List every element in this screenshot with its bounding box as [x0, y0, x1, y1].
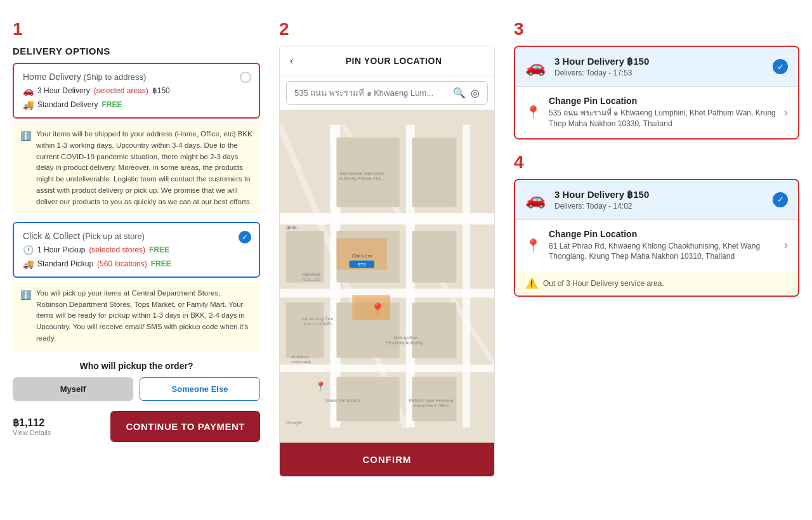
map-area: Metropolitan Electricity Authority Phloe…	[280, 110, 494, 443]
section-3-wrapper: 3 🚗 3 Hour Delivery ฿150 Delivers: Today…	[514, 19, 799, 140]
section4-pin-address: 81 Lat Phrao Rd, Khwaeng Khlong Chaokhun…	[549, 241, 776, 263]
truck-icon-std2: 🚚	[23, 259, 34, 269]
section4-warning: ⚠️ Out of 3 Hour Delivery service area.	[515, 271, 798, 296]
svg-text:งแรมมิเนอ: งแรมมิเนอ	[291, 355, 309, 359]
section-3-block: 🚗 3 Hour Delivery ฿150 Delivers: Today -…	[514, 46, 799, 140]
svg-text:Chit Lom: Chit Lom	[351, 253, 372, 259]
delivery-options-title: DELIVERY OPTIONS	[13, 46, 260, 56]
section-2: 2 ‹ PIN YOUR LOCATION 🔍 ◎	[279, 19, 495, 501]
info-icon: ℹ️	[20, 129, 31, 208]
section3-delivery-info: 3 Hour Delivery ฿150 Delivers: Today - 1…	[554, 56, 764, 77]
section4-pin-icon: 📍	[525, 238, 541, 253]
price-section: ฿1,112 View Details	[13, 417, 103, 436]
search-icon[interactable]: 🔍	[453, 87, 466, 99]
svg-text:Mater Dei School: Mater Dei School	[326, 398, 360, 403]
pickup-button-group: Myself Someone Else	[13, 377, 260, 401]
svg-text:ธนาคารกรุงไทย: ธนาคารกรุงไทย	[302, 316, 333, 322]
section-4-wrapper: 4 🚗 3 Hour Delivery ฿150 Delivers: Today…	[514, 152, 799, 297]
svg-text:Department Office: Department Office	[414, 403, 449, 408]
section4-delivery-sub: Delivers: Today - 14:02	[554, 202, 764, 211]
back-button[interactable]: ‹	[290, 55, 293, 67]
svg-rect-1	[280, 213, 494, 224]
map-title: PIN YOUR LOCATION	[303, 56, 484, 66]
svg-text:สาขาการไฟฟ้า: สาขาการไฟฟ้า	[303, 321, 332, 326]
step-1-number: 1	[13, 19, 260, 39]
svg-text:Google: Google	[286, 420, 303, 426]
home-delivery-info: ℹ️ Your items will be shipped to your ad…	[13, 122, 260, 214]
svg-rect-10	[412, 138, 457, 207]
map-header: ‹ PIN YOUR LOCATION	[280, 46, 494, 76]
warning-icon: ⚠️	[525, 277, 538, 289]
section4-pin-info: Change Pin Location 81 Lat Phrao Rd, Khw…	[549, 229, 776, 263]
map-search-input[interactable]	[294, 88, 448, 98]
step-3-number: 3	[514, 19, 799, 39]
svg-text:📍: 📍	[370, 302, 386, 317]
step-4-number: 4	[514, 152, 799, 172]
section4-delivery-info: 3 Hour Delivery ฿150 Delivers: Today - 1…	[554, 189, 764, 211]
svg-text:Pathum Wan Revenue: Pathum Wan Revenue	[409, 398, 454, 403]
section3-pin-title: Change Pin Location	[549, 96, 776, 106]
click-collect-title: Click & Collect (Pick up at store)	[23, 231, 250, 241]
svg-text:gkok: gkok	[286, 224, 297, 230]
map-container: ‹ PIN YOUR LOCATION 🔍 ◎	[279, 46, 495, 477]
svg-text:Authority Phloen Chit...: Authority Phloen Chit...	[339, 176, 384, 181]
section4-chevron-icon: ›	[784, 238, 788, 252]
home-3hr-row: 🚗 3 Hour Delivery (selected areas) ฿150	[23, 86, 250, 96]
truck-icon-std: 🚚	[23, 100, 34, 110]
continue-to-payment-button[interactable]: CONTINUE TO PAYMENT	[110, 411, 260, 442]
section4-delivery-row: 🚗 3 Hour Delivery ฿150 Delivers: Today -…	[515, 180, 798, 220]
section4-pin-title: Change Pin Location	[549, 229, 776, 239]
section4-check-icon: ✓	[773, 192, 788, 207]
svg-rect-14	[412, 302, 457, 358]
location-icon[interactable]: ◎	[471, 87, 480, 99]
svg-text:ราชประสงค์: ราชประสงค์	[291, 360, 311, 364]
map-footer: CONFIRM	[280, 443, 494, 476]
who-pickup-label: Who will pickup the order?	[13, 361, 260, 371]
svg-text:Electricity Authority...: Electricity Authority...	[386, 341, 426, 346]
svg-text:Metropolitan Electricity: Metropolitan Electricity	[339, 171, 384, 176]
truck-icon-3hr: 🚗	[23, 86, 34, 96]
step-2-number: 2	[279, 19, 495, 39]
collect-std-row: 🚚 Standard Pickup (560 locations) FREE	[23, 259, 250, 269]
home-delivery-radio[interactable]	[240, 72, 251, 83]
total-price: ฿1,112	[13, 417, 103, 429]
click-collect-check: ✓	[239, 231, 251, 244]
map-search-bar[interactable]: 🔍 ◎	[286, 81, 488, 105]
home-standard-row: 🚚 Standard Delivery FREE	[23, 100, 250, 110]
svg-text:Metropolitan: Metropolitan	[394, 335, 418, 341]
section-1: 1 DELIVERY OPTIONS Home Delivery (Ship t…	[13, 19, 260, 501]
myself-button[interactable]: Myself	[13, 377, 133, 401]
section4-truck-icon: 🚗	[525, 190, 546, 209]
section3-pin-icon: 📍	[525, 105, 541, 120]
section3-delivery-row: 🚗 3 Hour Delivery ฿150 Delivers: Today -…	[515, 47, 798, 87]
bottom-bar: ฿1,112 View Details CONTINUE TO PAYMENT	[13, 411, 260, 442]
section3-delivery-sub: Delivers: Today - 17:53	[554, 68, 764, 77]
collect-info-box: ℹ️ You will pick up your items at Centra…	[13, 282, 260, 351]
section3-check-icon: ✓	[773, 59, 788, 74]
section4-delivery-name: 3 Hour Delivery ฿150	[554, 189, 764, 200]
info-icon-2: ℹ️	[20, 289, 31, 344]
svg-rect-12	[412, 231, 457, 283]
section4-pin-location[interactable]: 📍 Change Pin Location 81 Lat Phrao Rd, K…	[515, 220, 798, 271]
svg-text:t Co.,LTD: t Co.,LTD	[302, 277, 320, 282]
svg-rect-3	[280, 365, 494, 372]
svg-text:📍: 📍	[315, 381, 327, 392]
confirm-button[interactable]: CONFIRM	[280, 443, 494, 476]
svg-text:BTS: BTS	[357, 263, 366, 267]
click-collect-card[interactable]: Click & Collect (Pick up at store) ✓ 🕐 1…	[13, 222, 260, 278]
section3-pin-info: Change Pin Location 535 ถนน พระรามที่ ๑ …	[549, 96, 776, 129]
section-34: 3 🚗 3 Hour Delivery ฿150 Delivers: Today…	[514, 19, 799, 501]
section-4-block: 🚗 3 Hour Delivery ฿150 Delivers: Today -…	[514, 179, 799, 297]
svg-rect-16	[286, 302, 324, 358]
svg-text:Maneeya: Maneeya	[302, 273, 320, 278]
view-details-link[interactable]: View Details	[13, 429, 103, 436]
someone-else-button[interactable]: Someone Else	[140, 377, 260, 401]
section3-delivery-name: 3 Hour Delivery ฿150	[554, 56, 764, 67]
clock-icon: 🕐	[23, 245, 34, 255]
section3-truck-icon: 🚗	[525, 57, 546, 77]
section3-chevron-icon: ›	[784, 106, 788, 119]
svg-rect-6	[462, 125, 470, 427]
section3-pin-location[interactable]: 📍 Change Pin Location 535 ถนน พระรามที่ …	[515, 87, 798, 138]
home-delivery-card[interactable]: Home Delivery (Ship to address) 🚗 3 Hour…	[13, 63, 260, 119]
section3-pin-address: 535 ถนน พระรามที่ ๑ Khwaeng Lumphini, Kh…	[549, 108, 776, 129]
